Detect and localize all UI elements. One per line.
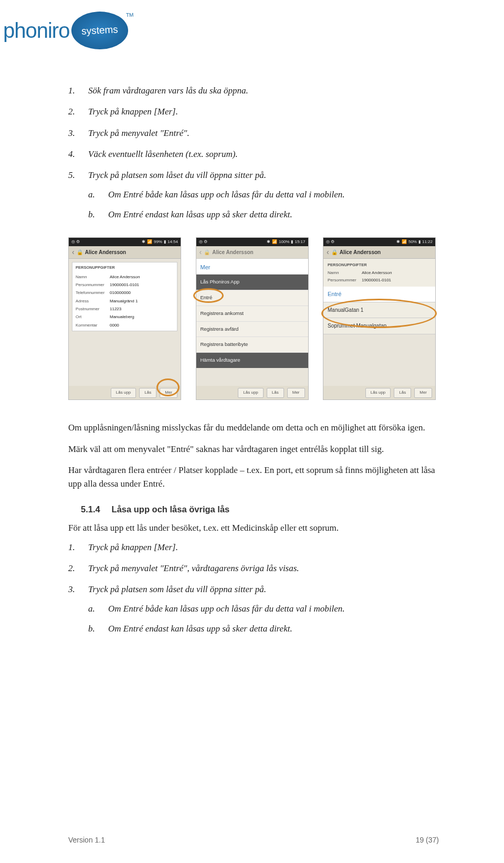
section-title: Låsa upp och låsa övriga lås [112,504,230,514]
back-icon[interactable]: ‹ [327,247,329,258]
menu-item-ankomst[interactable]: Registrera ankomst [196,306,308,321]
v-kom: 0000 [110,322,119,329]
location-2[interactable]: Soprummet Manualgatan [323,318,435,334]
step514-3-sublist: Om Entré både kan låsas upp och låsas få… [88,602,436,636]
v-ort: Manualeberg [110,314,134,320]
step514-3a: Om Entré både kan låsas upp och låsas få… [88,602,436,616]
k-ort: Ort [76,314,110,320]
screenshot-row: ◎ ⚙ ✱ 📶 99% ▮ 14:54 ‹ 🔒 Alice Andersson … [68,237,436,400]
footer-page: 19 (37) [416,836,439,844]
title-text: Alice Andersson [85,248,127,257]
btn-lasupp[interactable]: Lås upp [111,388,136,397]
k-namn: Namn [76,274,110,280]
bluetooth-icon: ✱ [267,239,270,245]
title-bar: ‹ 🔒 Alice Andersson [196,246,308,259]
logo-badge-text: systems [81,24,119,37]
btn-las[interactable]: Lås [394,388,411,397]
v-post: 11223 [110,306,121,312]
steps-list-514: Tryck på knappen [Mer]. Tryck på menyval… [68,541,436,636]
panel-header: PERSONUPPGIFTER [72,262,177,273]
status-bar: ◎ ⚙ ✱ 📶 100% ▮ 15:17 [196,238,308,246]
v3-pn: 19000001-0101 [362,277,391,283]
status-bar: ◎ ⚙ ✱ 📶 50% ▮ 11:22 [323,238,435,246]
location-1[interactable]: ManualGatan 1 [323,302,435,319]
menu-item-batteri[interactable]: Registrera batteribyte [196,336,308,352]
steps-list-1: Sök fram vårdtagaren vars lås du ska öpp… [68,84,436,222]
battery-icon: ▮ [418,239,421,245]
signal-icon: 📶 [272,239,277,245]
screenshot-1: ◎ ⚙ ✱ 📶 99% ▮ 14:54 ‹ 🔒 Alice Andersson … [68,237,181,400]
bluetooth-icon: ✱ [396,239,400,245]
v-tel: 010000000 [110,290,131,296]
page-footer: Version 1.1 19 (37) [68,836,439,844]
menu-item-hamta[interactable]: Hämta vårdtagare [196,352,308,368]
step514-1: Tryck på knappen [Mer]. [68,541,436,554]
screenshot-3: ◎ ⚙ ✱ 📶 50% ▮ 11:22 ‹ 🔒 Alice Andersson … [323,237,436,400]
v-namn: Alice Andersson [110,274,140,280]
step514-3: Tryck på platsen som låset du vill öppna… [68,583,436,636]
logo: phoniro systems TM [3,12,128,49]
k3-namn: Namn [328,270,362,276]
status-left: ◎ ⚙ [199,239,207,245]
status-left: ◎ ⚙ [71,239,80,245]
menu-item-avfard[interactable]: Registrera avfärd [196,321,308,337]
status-bar: ◎ ⚙ ✱ 📶 99% ▮ 14:54 [69,238,181,246]
paragraph-1: Om upplåsningen/låsning misslyckas får d… [68,421,436,435]
title-bar: ‹ 🔒 Alice Andersson [323,246,435,259]
btn-las[interactable]: Lås [267,388,284,397]
paragraph-2: Märk väl att om menyvalet "Entré" saknas… [68,443,436,456]
status-right: ✱ 📶 50% ▮ 11:22 [396,239,433,245]
step514-2: Tryck på menyvalet "Entré", vårdtagarens… [68,562,436,575]
btn-lasupp[interactable]: Lås upp [238,388,263,397]
bluetooth-icon: ✱ [142,239,145,245]
menu-header: Mer [196,259,308,274]
btn-las[interactable]: Lås [139,388,156,397]
battery-icon: ▮ [291,239,293,245]
k3-pn: Personnummer [328,277,362,283]
button-bar: Lås upp Lås Mer [69,386,181,399]
button-bar: Lås upp Lås Mer [323,386,435,399]
menu-item-entre[interactable]: Entré [196,290,308,306]
logo-badge: systems TM [71,10,130,51]
menu-item-lasapp[interactable]: Lås Phoniros App [196,274,308,290]
v-pn: 19000001-0101 [110,282,139,288]
lock-icon: 🔒 [204,248,210,257]
back-icon[interactable]: ‹ [200,247,202,258]
title-bar: ‹ 🔒 Alice Andersson [69,246,181,259]
k-kom: Kommentar [76,322,110,329]
battery-icon: ▮ [164,239,166,245]
section-heading-514: 5.1.4 Låsa upp och låsa övriga lås [81,503,436,517]
lock-icon: 🔒 [331,248,338,257]
screenshot-2: ◎ ⚙ ✱ 📶 100% ▮ 15:17 ‹ 🔒 Alice Andersson… [196,237,309,400]
clock: 11:22 [422,239,433,245]
signal-icon: 📶 [147,239,152,245]
entre-header: Entré [323,287,435,302]
btn-mer[interactable]: Mer [160,388,177,397]
clock: 15:17 [295,239,305,245]
status-right: ✱ 📶 100% ▮ 15:17 [267,239,306,245]
battery-text: 100% [279,239,289,245]
status-left: ◎ ⚙ [326,239,334,245]
clock: 14:54 [167,239,178,245]
step-3: Tryck på menyvalet "Entré". [68,127,436,140]
footer-version: Version 1.1 [68,836,105,844]
status-right: ✱ 📶 99% ▮ 14:54 [142,239,178,245]
btn-mer[interactable]: Mer [414,388,432,397]
step-4: Väck eventuellt låsenheten (t.ex. soprum… [68,148,436,161]
v3-namn: Alice Andersson [362,270,392,276]
step-5-text: Tryck på platsen som låset du vill öppna… [88,170,266,180]
step-5a: Om Entré både kan låsas upp och låsas få… [88,188,436,202]
back-icon[interactable]: ‹ [72,247,75,258]
panel-header-3: PERSONUPPGIFTER [323,260,435,269]
btn-mer[interactable]: Mer [287,388,305,397]
k-pn: Personnummer [76,282,110,288]
battery-text: 50% [408,239,417,245]
lock-icon: 🔒 [77,248,83,257]
title-text: Alice Andersson [340,248,381,257]
step-5b: Om Entré endast kan låsas upp så sker de… [88,208,436,222]
button-bar: Lås upp Lås Mer [196,386,308,399]
intro-514: För att låsa upp ett lås under besöket, … [68,521,436,535]
logo-text: phoniro [3,19,69,43]
section-number: 5.1.4 [81,503,109,517]
btn-lasupp[interactable]: Lås upp [365,388,391,397]
